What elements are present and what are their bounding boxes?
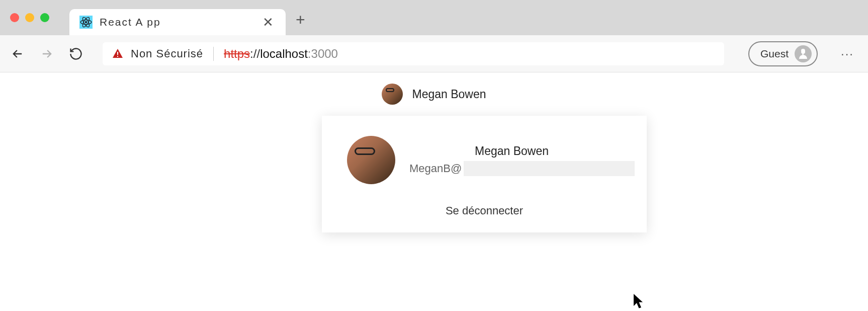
avatar <box>347 136 395 184</box>
profile-card-row: Megan Bowen MeganB@ <box>347 136 622 184</box>
person-icon: ? <box>795 45 812 62</box>
profile-name: Megan Bowen <box>412 88 486 101</box>
svg-rect-5 <box>117 56 118 57</box>
card-name: Megan Bowen <box>475 144 635 158</box>
svg-rect-4 <box>117 52 118 55</box>
back-button[interactable] <box>10 46 25 61</box>
forward-button[interactable] <box>39 46 54 61</box>
more-button[interactable]: ··· <box>837 43 858 65</box>
url-host: localhost <box>260 47 308 60</box>
url-display: https://localhost:3000 <box>224 47 338 61</box>
window-controls <box>10 13 49 22</box>
profile-button[interactable]: Guest ? <box>748 41 818 66</box>
profile-info: Megan Bowen MeganB@ <box>409 144 635 176</box>
avatar <box>382 84 403 105</box>
separator <box>213 47 214 61</box>
page-content: Megan Bowen Megan Bowen MeganB@ Se décon… <box>0 72 868 311</box>
maximize-window-button[interactable] <box>40 13 49 22</box>
email-prefix: MeganB@ <box>409 162 462 175</box>
browser-tab[interactable]: React A pp ✕ <box>69 9 286 35</box>
toolbar: Non Sécurisé https://localhost:3000 Gues… <box>0 35 868 72</box>
new-tab-button[interactable]: + <box>296 11 305 29</box>
profile-label: Guest <box>760 48 789 60</box>
close-window-button[interactable] <box>10 13 19 22</box>
warning-icon <box>112 48 124 60</box>
url-protocol: https <box>224 47 250 60</box>
security-label: Non Sécurisé <box>131 47 203 60</box>
react-icon <box>79 16 93 29</box>
profile-card: Megan Bowen MeganB@ Se déconnecter <box>322 116 647 232</box>
svg-point-0 <box>85 21 87 23</box>
tab-title: React A pp <box>100 16 253 28</box>
signout-button[interactable]: Se déconnecter <box>347 204 622 217</box>
reload-button[interactable] <box>68 46 83 61</box>
email-redacted <box>464 161 635 176</box>
svg-text:?: ? <box>801 48 806 56</box>
title-bar: React A pp ✕ + <box>0 0 868 35</box>
address-bar[interactable]: Non Sécurisé https://localhost:3000 <box>103 42 724 65</box>
close-tab-button[interactable]: ✕ <box>261 13 276 32</box>
url-port: :3000 <box>308 47 338 60</box>
card-email: MeganB@ <box>409 161 635 176</box>
minimize-window-button[interactable] <box>25 13 34 22</box>
cursor-icon <box>634 294 646 311</box>
profile-header: Megan Bowen <box>0 84 868 105</box>
